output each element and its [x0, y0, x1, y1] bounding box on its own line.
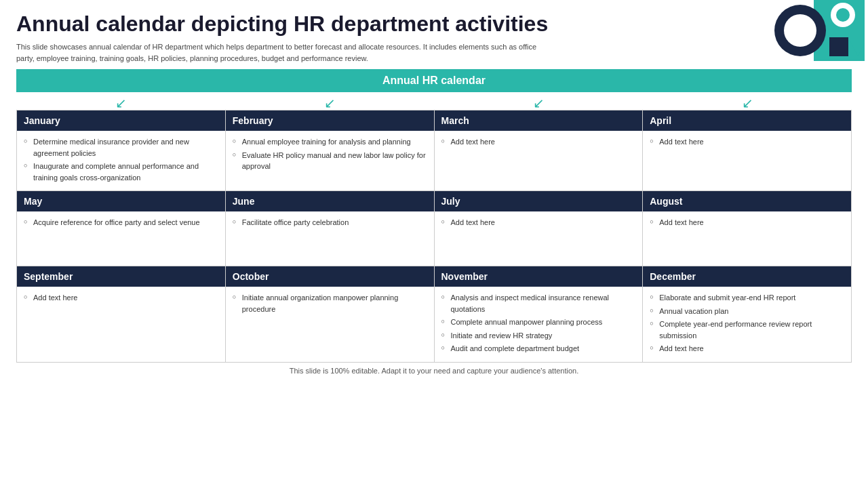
list-item: Annual vacation plan — [650, 306, 844, 317]
month-content-july: Add text here — [435, 211, 643, 266]
month-cell-december: DecemberElaborate and submit year-end HR… — [643, 266, 852, 363]
list-item: Analysis and inspect medical insurance r… — [441, 292, 636, 314]
month-cell-july: JulyAdd text here — [435, 191, 644, 266]
month-cell-may: MayAcquire reference for office party an… — [17, 191, 226, 266]
month-header-december: December — [643, 266, 851, 287]
svg-point-5 — [836, 8, 850, 22]
timeline-arrow-feb: ↙ — [225, 96, 434, 110]
list-item: Add text here — [24, 292, 218, 304]
month-content-february: Annual employee training for analysis an… — [226, 131, 434, 185]
svg-point-3 — [784, 14, 816, 47]
svg-rect-6 — [829, 37, 848, 56]
list-item: Add text here — [650, 343, 844, 354]
timeline-row: ↙ ↙ ↙ ↙ — [0, 94, 868, 110]
month-header-august: August — [643, 191, 851, 211]
page-header: Annual calendar depicting HR department … — [0, 0, 868, 69]
list-item: Add text here — [650, 217, 844, 228]
calendar-section-title: Annual HR calendar — [16, 69, 852, 92]
list-item: Complete annual manpower planning proces… — [441, 317, 636, 328]
month-header-september: September — [17, 266, 225, 287]
list-item: Acquire reference for office party and s… — [24, 217, 218, 228]
page-subtitle: This slide showcases annual calendar of … — [16, 41, 545, 64]
month-content-november: Analysis and inspect medical insurance r… — [435, 287, 643, 362]
month-cell-august: AugustAdd text here — [643, 191, 852, 266]
list-item: Determine medical insurance provider and… — [24, 136, 218, 159]
month-header-june: June — [226, 191, 434, 211]
month-content-august: Add text here — [643, 211, 851, 266]
timeline-arrow-apr: ↙ — [643, 96, 852, 110]
month-cell-january: JanuaryDetermine medical insurance provi… — [17, 110, 226, 191]
list-item: Add text here — [441, 136, 636, 148]
month-header-february: February — [226, 110, 434, 131]
list-item: Initiate and review HR strategy — [441, 330, 636, 342]
month-content-january: Determine medical insurance provider and… — [17, 131, 225, 190]
month-cell-november: NovemberAnalysis and inspect medical ins… — [435, 266, 644, 363]
month-content-april: Add text here — [643, 131, 851, 185]
list-item: Evaluate HR policy manual and new labor … — [233, 150, 427, 172]
timeline-arrow-mar: ↙ — [434, 96, 643, 110]
list-item: Facilitate office party celebration — [233, 217, 427, 228]
month-header-april: April — [643, 110, 851, 131]
list-item: Elaborate and submit year-end HR report — [650, 292, 844, 304]
month-cell-october: OctoberInitiate annual organization manp… — [226, 266, 435, 363]
month-cell-march: MarchAdd text here — [435, 110, 644, 191]
month-content-june: Facilitate office party celebration — [226, 211, 434, 266]
month-content-march: Add text here — [435, 131, 643, 185]
timeline-arrow-jan: ↙ — [16, 96, 225, 110]
month-header-november: November — [435, 266, 643, 287]
month-header-january: January — [17, 110, 225, 131]
page-title: Annual calendar depicting HR department … — [16, 12, 852, 36]
month-header-may: May — [17, 191, 225, 211]
month-content-september: Add text here — [17, 287, 225, 341]
logo-area — [760, 0, 868, 61]
footer-text: This slide is 100% editable. Adapt it to… — [0, 363, 868, 376]
month-header-march: March — [435, 110, 643, 131]
list-item: Audit and complete department budget — [441, 343, 636, 354]
month-cell-february: FebruaryAnnual employee training for ana… — [226, 110, 435, 191]
month-content-december: Elaborate and submit year-end HR reportA… — [643, 287, 851, 362]
calendar-grid: JanuaryDetermine medical insurance provi… — [16, 110, 852, 363]
month-content-october: Initiate annual organization manpower pl… — [226, 287, 434, 341]
month-header-july: July — [435, 191, 643, 211]
list-item: Annual employee training for analysis an… — [233, 136, 427, 148]
list-item: Inaugurate and complete annual performan… — [24, 161, 218, 183]
month-header-october: October — [226, 266, 434, 287]
month-cell-june: JuneFacilitate office party celebration — [226, 191, 435, 266]
list-item: Add text here — [441, 217, 636, 228]
list-item: Complete year-end performance review rep… — [650, 319, 844, 341]
list-item: Add text here — [650, 136, 844, 148]
month-cell-april: AprilAdd text here — [643, 110, 852, 191]
list-item: Initiate annual organization manpower pl… — [233, 292, 427, 314]
month-cell-september: SeptemberAdd text here — [17, 266, 226, 363]
month-content-may: Acquire reference for office party and s… — [17, 211, 225, 266]
